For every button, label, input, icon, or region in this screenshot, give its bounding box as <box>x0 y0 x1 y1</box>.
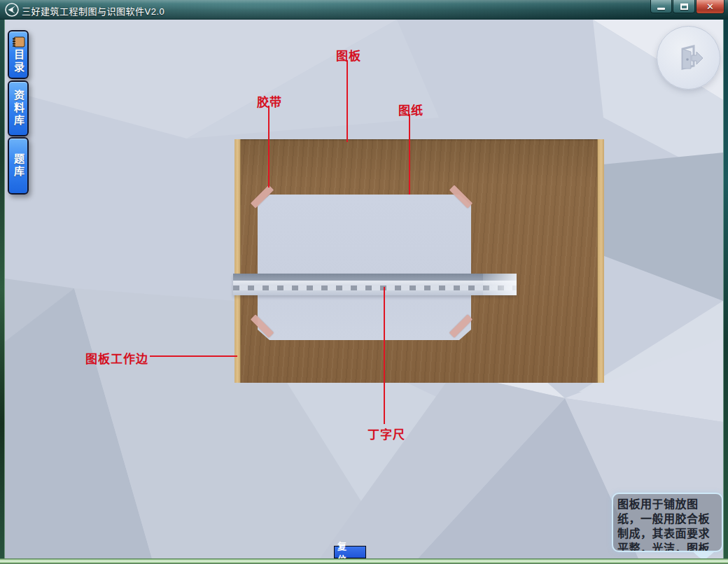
t-square-mid <box>233 281 517 285</box>
annotation-tsquare: 丁字尺 <box>368 425 405 442</box>
title-bar: 三好建筑工程制图与识图软件V2.0 ✕ <box>0 0 728 20</box>
info-bubble-text: 图板用于铺放图纸，一般用胶合板制成，其表面要求平整，光洁，图板的 <box>617 498 710 552</box>
minimize-button[interactable] <box>650 0 672 13</box>
board-right-edge <box>597 139 604 383</box>
t-square-scale-ticks <box>233 285 517 290</box>
t-square <box>233 274 517 295</box>
sidebar-item-library[interactable]: 资料库 <box>8 80 29 136</box>
drawing-paper <box>258 195 471 340</box>
leader-line-paper <box>409 114 410 195</box>
window-border-left <box>0 20 5 558</box>
unity-logo-icon <box>5 3 19 17</box>
leader-line-working-edge <box>150 355 237 357</box>
sidebar-item-label: 目录 <box>10 49 27 74</box>
annotation-paper: 图纸 <box>398 101 424 118</box>
annotation-working-edge: 图板工作边 <box>85 349 148 367</box>
annotation-tape: 胶带 <box>257 92 282 110</box>
leader-line-board <box>346 60 348 142</box>
window-border-right <box>723 20 728 558</box>
t-square-bottom <box>233 290 517 295</box>
sidebar-item-catalog[interactable]: 目录 <box>8 30 29 79</box>
exit-door-icon <box>673 42 705 74</box>
leader-line-tape <box>268 106 270 188</box>
minimize-icon <box>657 8 665 10</box>
maximize-button[interactable] <box>673 0 695 13</box>
t-square-top-stripe <box>233 274 517 281</box>
leader-line-tsquare <box>384 287 385 424</box>
window-border-bottom <box>0 558 728 564</box>
sidebar-item-label: 资料库 <box>10 90 27 127</box>
notebook-icon <box>11 36 25 48</box>
annotation-board: 图板 <box>336 46 361 64</box>
maximize-icon <box>680 3 688 10</box>
application-window: 图板 胶带 图纸 图板工作边 丁字尺 目录 资料库 题库 <box>0 0 728 564</box>
close-icon: ✕ <box>706 1 714 12</box>
board-left-edge <box>234 139 241 383</box>
reset-button[interactable]: 复 位 <box>334 546 366 558</box>
exit-button[interactable] <box>657 26 720 90</box>
sidebar-item-question-bank[interactable]: 题库 <box>8 137 29 195</box>
t-square-blade-end <box>483 274 517 295</box>
sidebar-item-label: 题库 <box>10 153 27 178</box>
drawing-board-scene[interactable]: 图板 胶带 图纸 图板工作边 丁字尺 <box>0 0 728 564</box>
close-button[interactable]: ✕ <box>696 0 724 14</box>
window-title: 三好建筑工程制图与识图软件V2.0 <box>22 4 164 17</box>
info-bubble: 图板用于铺放图纸，一般用胶合板制成，其表面要求平整，光洁，图板的 <box>612 493 723 552</box>
